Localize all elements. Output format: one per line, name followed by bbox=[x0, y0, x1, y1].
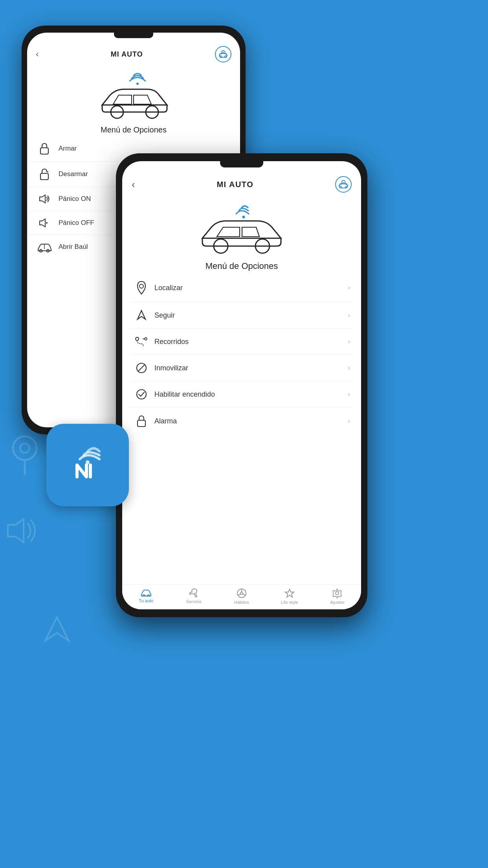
svg-point-20 bbox=[339, 186, 341, 188]
svg-point-32 bbox=[137, 390, 146, 399]
svg-line-39 bbox=[238, 594, 240, 595]
front-car-logo[interactable] bbox=[335, 176, 352, 193]
inmovilizar-chevron: › bbox=[348, 364, 350, 371]
tab-habitos-label: Hábitos bbox=[234, 600, 249, 605]
block-icon bbox=[133, 362, 150, 374]
svg-point-8 bbox=[136, 83, 139, 85]
svg-line-31 bbox=[138, 364, 145, 371]
svg-line-40 bbox=[243, 594, 245, 595]
svg-point-27 bbox=[136, 337, 139, 340]
back-menu-title: Menú de Opciones bbox=[27, 123, 240, 136]
navigate-icon bbox=[133, 309, 150, 321]
svg-rect-33 bbox=[138, 420, 145, 427]
seguir-chevron: › bbox=[348, 312, 350, 319]
phone-back-notch bbox=[114, 33, 153, 38]
location-icon bbox=[133, 281, 150, 295]
phone-front-screen: ‹ MI AUTO bbox=[122, 161, 361, 609]
tab-car-icon bbox=[141, 588, 152, 597]
tab-tu-auto-label: Tu auto bbox=[139, 598, 153, 603]
menu-item-inmovilizar[interactable]: Inmovilizar › bbox=[130, 355, 353, 381]
front-header-title: MI AUTO bbox=[216, 180, 253, 189]
svg-point-1 bbox=[20, 443, 29, 453]
habilitar-encendido-label: Habilitar encendido bbox=[150, 390, 348, 399]
alarma-chevron: › bbox=[348, 417, 350, 425]
localizar-label: Localizar bbox=[150, 284, 348, 292]
back-panico-on-label: Pánico ON bbox=[52, 195, 91, 203]
recorridos-chevron: › bbox=[348, 338, 350, 345]
svg-rect-12 bbox=[40, 173, 48, 180]
front-menu-title: Menú de Opciones bbox=[122, 258, 361, 274]
front-car-illustration bbox=[122, 197, 361, 258]
alarma-label: Alarma bbox=[150, 417, 348, 425]
back-panico-off-label: Pánico OFF bbox=[52, 219, 94, 227]
phone-front-notch bbox=[220, 161, 263, 167]
menu-item-recorridos[interactable]: Recorridos › bbox=[130, 329, 353, 355]
app-icon[interactable] bbox=[46, 424, 129, 506]
tab-lifestyle-icon bbox=[284, 588, 295, 598]
menu-item-alarma[interactable]: Alarma › bbox=[130, 408, 353, 434]
tab-lifestyle[interactable]: Life style bbox=[266, 588, 314, 605]
menu-item-habilitar-encendido[interactable]: Habilitar encendido › bbox=[130, 381, 353, 408]
tab-steering-icon bbox=[237, 588, 247, 598]
bg-navigate-icon bbox=[41, 613, 73, 645]
tab-servicio[interactable]: Servicio bbox=[170, 588, 218, 605]
lock-icon bbox=[37, 142, 52, 155]
check-circle-icon bbox=[133, 388, 150, 400]
svg-marker-26 bbox=[138, 311, 145, 319]
svg-marker-14 bbox=[40, 219, 45, 227]
seguir-label: Seguir bbox=[150, 311, 348, 320]
tab-ajustes[interactable]: Ajustes bbox=[313, 588, 361, 605]
svg-point-28 bbox=[145, 338, 147, 340]
inmovilizar-label: Inmovilizar bbox=[150, 364, 348, 372]
front-back-arrow[interactable]: ‹ bbox=[132, 178, 135, 191]
habilitar-encendido-chevron: › bbox=[348, 391, 350, 398]
svg-rect-11 bbox=[40, 148, 48, 154]
tab-wrench-icon bbox=[189, 588, 198, 598]
back-armar-label: Armar bbox=[52, 145, 77, 153]
back-header: ‹ MI AUTO bbox=[27, 39, 240, 66]
route-icon bbox=[133, 336, 150, 348]
tab-ajustes-label: Ajustes bbox=[330, 600, 344, 605]
svg-marker-13 bbox=[40, 195, 45, 203]
localizar-chevron: › bbox=[348, 284, 350, 291]
back-back-arrow[interactable]: ‹ bbox=[36, 49, 39, 59]
bg-speaker-icon bbox=[4, 515, 43, 546]
alarm-lock-icon bbox=[133, 415, 150, 427]
trunk-icon bbox=[37, 241, 52, 252]
front-header: ‹ MI AUTO bbox=[122, 168, 361, 197]
tab-bar: Tu auto Servicio bbox=[122, 585, 361, 609]
back-header-title: MI AUTO bbox=[111, 50, 143, 59]
recorridos-label: Recorridos bbox=[150, 338, 348, 346]
svg-point-22 bbox=[242, 216, 245, 219]
tab-gear-icon bbox=[332, 588, 342, 598]
svg-marker-41 bbox=[285, 589, 294, 597]
tab-habitos[interactable]: Hábitos bbox=[218, 588, 266, 605]
svg-point-0 bbox=[13, 436, 37, 460]
svg-marker-3 bbox=[8, 519, 24, 542]
back-car-logo[interactable] bbox=[215, 46, 231, 63]
menu-item-seguir[interactable]: Seguir › bbox=[130, 302, 353, 329]
menu-item-localizar[interactable]: Localizar › bbox=[130, 274, 353, 302]
back-car-illustration bbox=[27, 66, 240, 123]
svg-point-15 bbox=[46, 222, 48, 224]
tab-lifestyle-label: Life style bbox=[281, 600, 298, 605]
phone-front: ‹ MI AUTO bbox=[116, 153, 367, 617]
front-menu-list: Localizar › Seguir › bbox=[122, 274, 361, 585]
tab-tu-auto[interactable]: Tu auto bbox=[122, 588, 170, 605]
bg-location-icon bbox=[7, 432, 42, 476]
svg-point-42 bbox=[336, 592, 339, 595]
sound-high-icon bbox=[37, 193, 52, 204]
svg-point-25 bbox=[139, 284, 143, 288]
back-desarmar-label: Desarmar bbox=[52, 170, 88, 178]
svg-point-37 bbox=[240, 592, 243, 594]
svg-point-21 bbox=[345, 186, 347, 188]
tab-servicio-label: Servicio bbox=[186, 599, 202, 604]
svg-marker-4 bbox=[45, 617, 69, 641]
sound-low-icon bbox=[37, 217, 52, 228]
unlock-icon bbox=[37, 168, 52, 180]
back-abrir-baul-label: Abrir Baúl bbox=[52, 243, 88, 251]
